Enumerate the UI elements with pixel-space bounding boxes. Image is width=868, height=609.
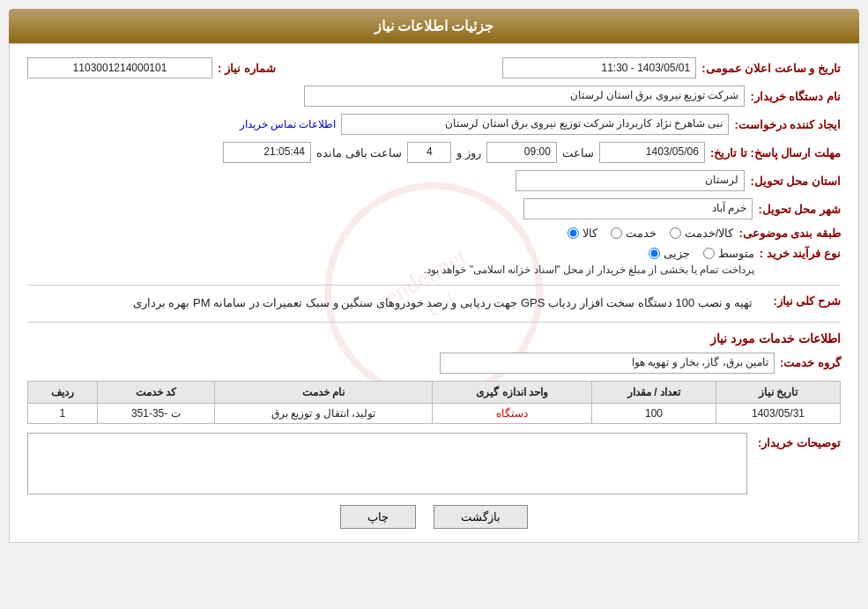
nam-dastgah-label: نام دستگاه خریدار: [750, 90, 841, 103]
etelaat-tamas-link[interactable]: اطلاعات تماس خریدار [240, 118, 337, 130]
khedmat-title: اطلاعات خدمات مورد نیاز [27, 331, 841, 345]
shahr-label: شهر محل تحویل: [758, 203, 841, 216]
radio-motavaset-label: متوسط [718, 247, 754, 260]
shahr-row: شهر محل تحویل: خرم آباد [27, 198, 841, 219]
ijad-konande-row: ایجاد کننده درخواست: نبی شاهرخ نژاد کارب… [27, 114, 841, 135]
ostan-value: لرستان [516, 170, 745, 191]
mohlat-label: مهلت ارسال پاسخ: تا تاریخ: [710, 146, 841, 160]
mohlat-saat-value: 09:00 [486, 142, 557, 163]
divider-2 [27, 322, 841, 323]
buttons-row: بازگشت چاپ [27, 505, 841, 529]
print-button[interactable]: چاپ [340, 505, 416, 529]
back-button[interactable]: بازگشت [434, 505, 528, 529]
tarikh-label: تاریخ و ساعت اعلان عمومی: [701, 62, 841, 75]
radio-motavaset[interactable]: متوسط [703, 247, 754, 260]
nam-dastgah-row: نام دستگاه خریدار: شرکت توزیع نیروی برق … [27, 85, 841, 107]
radio-jozi[interactable]: جزیی [649, 247, 690, 260]
tosif-textarea[interactable] [27, 433, 747, 494]
table-row: 1403/05/31100دستگاهتولید، انتقال و توزیع… [28, 403, 841, 423]
shahr-value: خرم آباد [523, 198, 753, 219]
col-radif: ردیف [28, 381, 98, 403]
radio-kala-khedmat[interactable]: کالا/خدمت [670, 227, 734, 240]
header-title: جزئیات اطلاعات نیاز [375, 19, 494, 33]
mohlat-row: مهلت ارسال پاسخ: تا تاریخ: 1403/05/06 سا… [27, 142, 841, 163]
radio-jozi-label: جزیی [664, 247, 690, 260]
divider-1 [27, 285, 841, 286]
mohlat-date: 1403/05/06 [599, 142, 705, 163]
goroh-value: تامین برق، گاز، بخار و تهویه هوا [440, 353, 775, 374]
radio-motavaset-input[interactable] [703, 248, 715, 259]
ijad-konande-label: ایجاد کننده درخواست: [734, 118, 841, 131]
col-tedad: تعداد / مقدار [592, 381, 716, 403]
mohlat-saat-label: ساعت [562, 146, 594, 160]
col-tarikh: تاریخ نیاز [716, 381, 840, 403]
mohlat-roz-label: روز و [456, 146, 481, 160]
radio-khedmat-input[interactable] [611, 227, 622, 239]
navoe-row: نوع فرآیند خرید : متوسط جزیی پرداخت تمام… [27, 247, 841, 276]
ijad-konande-value: نبی شاهرخ نژاد کاربرداز شرکت توزیع نیروی… [341, 114, 729, 135]
sharh-label: شرح کلی نیاز: [761, 294, 841, 308]
goroh-row: گروه خدمت: تامین برق، گاز، بخار و تهویه … [27, 353, 841, 374]
tosif-box: توصیحات خریدار: [27, 433, 841, 494]
ostan-row: استان محل تحویل: لرستان [27, 170, 841, 191]
tabaqe-label: طبقه بندی موضوعی: [738, 227, 841, 240]
goroh-label: گروه خدمت: [780, 356, 841, 369]
tabaqe-row: طبقه بندی موضوعی: کالا/خدمت خدمت کالا [27, 227, 841, 240]
col-vahed: واحد اندازه گیری [433, 381, 592, 403]
radio-kala-khedmat-label: کالا/خدمت [685, 227, 734, 240]
tabaqe-options: کالا/خدمت خدمت کالا [568, 227, 734, 240]
radio-kala[interactable]: کالا [568, 227, 597, 240]
radio-khedmat-label: خدمت [626, 227, 657, 240]
col-code: کد خدمت [97, 381, 214, 403]
page-header: جزئیات اطلاعات نیاز [9, 9, 859, 43]
navoe-options: متوسط جزیی [424, 247, 754, 260]
tosif-label: توصیحات خریدار: [753, 436, 841, 449]
radio-kala-input[interactable] [568, 227, 579, 239]
navoe-desc: پرداخت تمام یا بخشی از مبلغ خریدار از مح… [424, 264, 754, 276]
shomara-label: شماره نیاز : [218, 62, 276, 75]
radio-khedmat[interactable]: خدمت [611, 227, 657, 240]
radio-jozi-input[interactable] [649, 248, 660, 259]
mohlat-saat-mande-label: ساعت باقی مانده [316, 146, 402, 160]
mohlat-saat-mande-value: 21:05:44 [223, 142, 311, 163]
radio-kala-label: کالا [582, 227, 597, 240]
ostan-label: استان محل تحویل: [750, 175, 841, 188]
shomara-value: 1103001214000101 [27, 57, 212, 78]
sharh-value: تهیه و نصب 100 دستگاه سخت افزار ردیاب GP… [27, 294, 753, 313]
services-table: تاریخ نیاز تعداد / مقدار واحد اندازه گیر… [27, 381, 841, 424]
mohlat-roz-value: 4 [407, 142, 451, 163]
tarikh-value: 1403/05/01 - 11:30 [502, 57, 696, 78]
radio-kala-khedmat-input[interactable] [670, 227, 681, 239]
nam-dastgah-value: شرکت توزیع نیروی برق استان لرستان [304, 85, 745, 107]
sharh-row: شرح کلی نیاز: تهیه و نصب 100 دستگاه سخت … [27, 294, 841, 313]
col-name: نام خدمت [214, 381, 433, 403]
navoe-label: نوع فرآیند خرید : [760, 247, 841, 260]
